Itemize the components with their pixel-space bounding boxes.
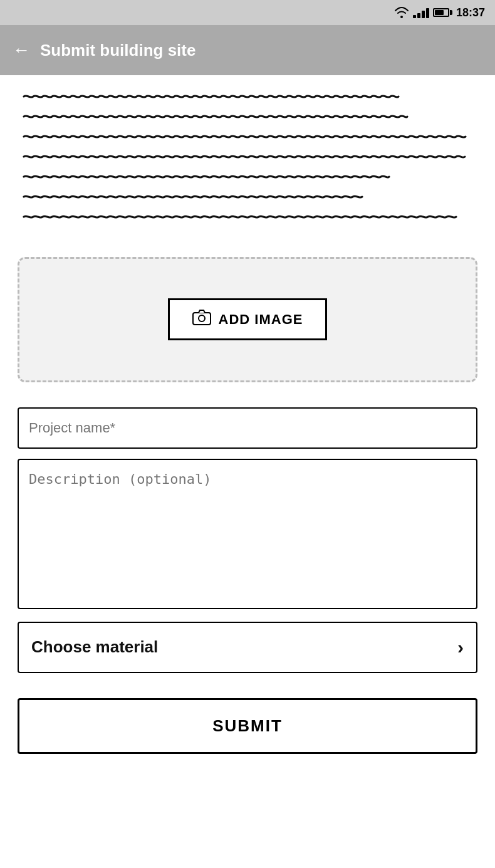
camera-icon: [192, 309, 211, 330]
status-time: 18:37: [456, 6, 485, 19]
add-image-label: ADD IMAGE: [219, 311, 303, 328]
description-text: [18, 88, 477, 244]
scribble-svg: [18, 88, 475, 238]
signal-icon: [413, 7, 429, 18]
chevron-right-icon: ›: [457, 637, 464, 658]
description-input[interactable]: [18, 459, 477, 609]
status-bar: 18:37: [0, 0, 495, 25]
page-title: Submit building site: [40, 41, 195, 60]
status-icons: 18:37: [394, 6, 485, 19]
back-button[interactable]: ←: [13, 40, 30, 60]
image-upload-area[interactable]: ADD IMAGE: [18, 257, 477, 382]
add-image-button[interactable]: ADD IMAGE: [168, 298, 328, 340]
wifi-icon: [394, 7, 409, 18]
battery-icon: [433, 8, 452, 17]
project-name-input[interactable]: [18, 407, 477, 449]
material-label: Choose material: [31, 637, 158, 657]
material-selector[interactable]: Choose material ›: [18, 622, 477, 673]
submit-button[interactable]: SUBMIT: [18, 698, 477, 754]
description-field: [18, 459, 477, 612]
main-content: ADD IMAGE Choose material › SUBMIT: [0, 75, 495, 766]
toolbar: ← Submit building site: [0, 25, 495, 75]
project-name-field: [18, 407, 477, 449]
svg-point-1: [199, 315, 205, 322]
